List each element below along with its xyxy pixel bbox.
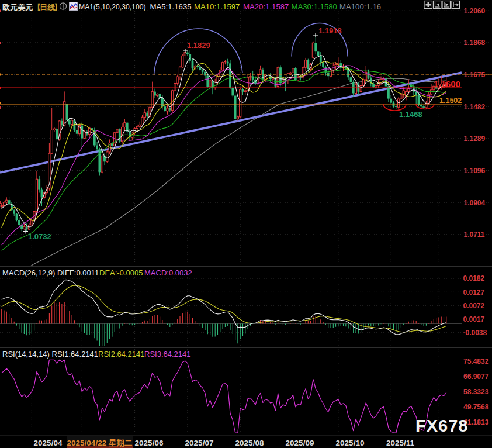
svg-text:MA5:1.1635: MA5:1.1635 (150, 2, 192, 11)
svg-text:75.4832: 75.4832 (463, 357, 489, 366)
svg-text:1.0732: 1.0732 (28, 232, 51, 241)
svg-text:欧元美元: 欧元美元 (2, 3, 33, 12)
svg-text:1.1868: 1.1868 (464, 39, 486, 47)
svg-text:1.1600: 1.1600 (434, 79, 460, 89)
svg-text:RSI3:64.2141: RSI3:64.2141 (144, 350, 191, 359)
svg-text:1.0904: 1.0904 (464, 199, 486, 207)
svg-text:1.2060: 1.2060 (464, 7, 486, 15)
svg-text:49.7568: 49.7568 (463, 403, 489, 411)
svg-text:1.1502: 1.1502 (439, 97, 462, 105)
svg-text:MA1(5,10,20,30,100): MA1(5,10,20,30,100) (79, 3, 146, 11)
svg-text:1.1675: 1.1675 (464, 71, 486, 79)
svg-text:1.1289: 1.1289 (464, 135, 486, 143)
svg-text:1.1468: 1.1468 (399, 110, 422, 119)
svg-text:66.9077: 66.9077 (463, 373, 489, 381)
svg-text:2025/10: 2025/10 (336, 439, 365, 447)
svg-text:0.0127: 0.0127 (463, 288, 485, 297)
svg-text:1.1918: 1.1918 (318, 26, 342, 35)
svg-text:0.0072: 0.0072 (463, 302, 485, 310)
svg-text:MA10:1.1597: MA10:1.1597 (194, 2, 240, 11)
svg-text:RSI(14,14,14) RSI1:64.2141: RSI(14,14,14) RSI1:64.2141 (2, 350, 98, 359)
svg-text:0.0017: 0.0017 (463, 315, 485, 323)
svg-text:MA20:1.1587: MA20:1.1587 (243, 2, 289, 11)
svg-text:58.3323: 58.3323 (463, 388, 489, 396)
svg-text:1.0711: 1.0711 (464, 230, 485, 239)
svg-text:DEA:-0.0005: DEA:-0.0005 (99, 268, 143, 277)
svg-text:1.1482: 1.1482 (464, 103, 486, 111)
svg-text:2025/04: 2025/04 (34, 439, 63, 447)
svg-text:RSI2:64.2141: RSI2:64.2141 (98, 350, 145, 359)
svg-text:MACD(26,12,9) DIFF:0.0011: MACD(26,12,9) DIFF:0.0011 (2, 268, 99, 277)
svg-text:1.1096: 1.1096 (464, 167, 486, 175)
svg-text:2025/08: 2025/08 (235, 439, 264, 447)
svg-text:2025/06: 2025/06 (135, 439, 164, 447)
svg-text:MACD:0.0032: MACD:0.0032 (144, 268, 192, 277)
svg-text:2025/07: 2025/07 (185, 439, 214, 447)
svg-text:FX678: FX678 (415, 416, 468, 435)
svg-text:-0.0038: -0.0038 (463, 329, 487, 337)
svg-text:2025/04/22 星期二: 2025/04/22 星期二 (67, 439, 133, 447)
svg-text:2025/11: 2025/11 (386, 439, 415, 447)
svg-text:0.0182: 0.0182 (463, 274, 485, 282)
svg-text:2025/09: 2025/09 (286, 439, 314, 447)
svg-text:MA30:1.1580: MA30:1.1580 (292, 2, 337, 11)
svg-text:1.1829: 1.1829 (187, 41, 210, 50)
svg-text:MA100:1.16: MA100:1.16 (339, 2, 381, 11)
svg-text:【日线】: 【日线】 (33, 3, 61, 12)
